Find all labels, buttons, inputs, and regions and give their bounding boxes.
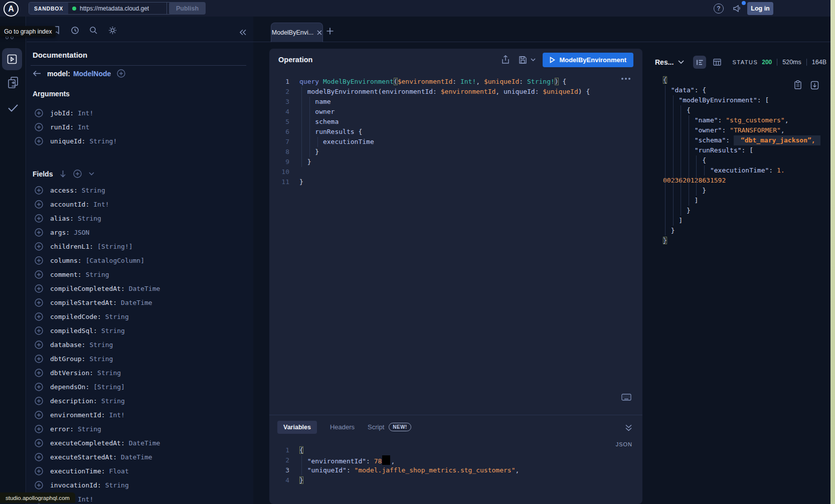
add-field-button[interactable] <box>35 467 43 475</box>
endpoint-url[interactable]: https://metadata.cloud.get <box>80 5 149 12</box>
response-title[interactable]: Res... <box>655 58 674 66</box>
add-field-button[interactable] <box>35 425 43 433</box>
add-all-fields-button[interactable] <box>73 170 82 178</box>
argument-type[interactable]: Int <box>78 123 89 131</box>
field-type[interactable]: String <box>78 425 101 433</box>
back-button[interactable] <box>33 70 41 77</box>
field-type[interactable]: Int! <box>78 495 93 503</box>
rail-item-schema[interactable] <box>6 76 20 90</box>
field-type[interactable]: String <box>97 369 121 377</box>
argument-name: jobId: <box>50 109 74 117</box>
add-argument-button[interactable] <box>35 137 43 145</box>
response-body[interactable]: { "data": { "modelByEnvironment": [ { "n… <box>663 75 828 246</box>
run-operation-button[interactable]: ModelByEnvironment <box>543 53 633 67</box>
field-type[interactable]: Int! <box>93 201 109 208</box>
add-field-button[interactable] <box>35 397 43 405</box>
field-type[interactable]: DateTime <box>129 285 160 292</box>
history-button[interactable] <box>70 25 80 35</box>
add-field-button[interactable] <box>35 270 43 279</box>
add-field-button[interactable] <box>35 256 43 265</box>
megaphone-icon <box>733 4 745 13</box>
add-field-button[interactable] <box>35 355 43 363</box>
tree-view-toggle[interactable] <box>693 56 706 69</box>
collapse-sidebar-button[interactable] <box>238 27 248 37</box>
add-field-button[interactable] <box>35 242 43 251</box>
rail-item-explorer[interactable] <box>2 48 22 70</box>
schema-pages-icon <box>7 76 19 89</box>
add-field-button[interactable] <box>35 453 43 461</box>
add-field-button[interactable] <box>35 228 43 237</box>
field-row: error: String <box>27 422 253 436</box>
add-field-button[interactable] <box>35 411 43 419</box>
field-type[interactable]: String <box>89 341 113 349</box>
add-field-button[interactable] <box>35 200 43 209</box>
field-type[interactable]: String <box>78 215 101 222</box>
add-field-button[interactable] <box>35 214 43 223</box>
field-type[interactable]: String <box>101 327 125 334</box>
add-argument-button[interactable] <box>35 123 43 131</box>
explorer-settings-button[interactable] <box>107 25 117 35</box>
fields-options-button[interactable] <box>89 172 94 176</box>
help-button[interactable]: ? <box>714 4 724 14</box>
close-tab-button[interactable] <box>317 30 322 35</box>
add-field-button[interactable] <box>35 186 43 195</box>
variables-editor[interactable]: 1{2 "environmentId": 78,3 "uniqueId": "m… <box>269 445 642 485</box>
field-row: compileCompletedAt: DateTime <box>27 281 253 295</box>
argument-name: runId: <box>50 123 74 131</box>
keyboard-icon <box>621 394 631 401</box>
argument-type[interactable]: Int! <box>78 109 93 117</box>
add-field-button[interactable] <box>35 312 43 321</box>
search-button[interactable] <box>88 25 98 35</box>
argument-type[interactable]: String! <box>89 137 117 145</box>
save-operation-button[interactable] <box>519 56 527 64</box>
field-type[interactable]: String <box>89 355 113 363</box>
field-type[interactable]: DateTime <box>121 453 152 461</box>
field-type[interactable]: Int! <box>109 411 125 419</box>
tab-variables[interactable]: Variables <box>277 421 317 434</box>
table-view-toggle[interactable] <box>713 59 721 66</box>
field-type[interactable]: JSON <box>74 229 89 236</box>
add-field-button[interactable] <box>35 326 43 335</box>
operation-more-options-button[interactable] <box>621 78 630 80</box>
field-type[interactable]: [String!] <box>97 243 132 250</box>
save-options-button[interactable] <box>531 58 536 61</box>
field-type[interactable]: String <box>101 397 125 405</box>
add-field-button[interactable] <box>35 341 43 349</box>
collapse-variables-button[interactable] <box>625 424 632 431</box>
field-type[interactable]: DateTime <box>129 439 160 447</box>
share-operation-button[interactable] <box>502 55 510 64</box>
operation-editor[interactable]: 1query ModelByEnvironment($environmentId… <box>269 77 642 187</box>
add-argument-button[interactable] <box>35 109 43 117</box>
field-type[interactable]: String <box>82 187 105 194</box>
tab-script[interactable]: Script <box>368 420 384 434</box>
add-field-button[interactable] <box>35 383 43 391</box>
indent-guide <box>301 455 302 475</box>
login-button[interactable]: Log in <box>747 2 773 15</box>
field-type[interactable]: [CatalogColumn] <box>86 257 144 264</box>
type-name-link[interactable]: ModelNode <box>73 70 111 78</box>
apollo-logo-icon[interactable]: A <box>4 2 19 17</box>
new-tab-button[interactable] <box>326 27 336 37</box>
field-type[interactable]: String <box>105 313 129 320</box>
rail-item-checks[interactable] <box>6 102 20 114</box>
field-type[interactable]: DateTime <box>121 299 152 306</box>
sort-fields-button[interactable] <box>60 170 66 178</box>
tab-model-by-environment[interactable]: ModelByEnvi... <box>271 23 323 42</box>
add-field-button[interactable] <box>35 481 43 489</box>
publish-button[interactable]: Publish <box>169 2 206 15</box>
field-type[interactable]: String <box>86 271 109 278</box>
tab-headers[interactable]: Headers <box>330 420 355 434</box>
add-field-button[interactable] <box>35 284 43 293</box>
add-field-button[interactable] <box>35 369 43 377</box>
field-type[interactable]: String <box>105 481 129 489</box>
field-type[interactable]: [String] <box>93 383 125 391</box>
field-type[interactable]: Float <box>109 467 129 475</box>
keyboard-shortcuts-button[interactable] <box>621 394 631 401</box>
app-window: A SANDBOX https://metadata.cloud.get Pub… <box>0 0 835 504</box>
endpoint-url-field[interactable]: https://metadata.cloud.get <box>68 3 166 14</box>
add-type-button[interactable] <box>117 69 125 78</box>
add-field-button[interactable] <box>35 439 43 447</box>
response-dropdown-button[interactable] <box>678 60 684 64</box>
add-field-button[interactable] <box>35 298 43 307</box>
indent-guide <box>681 105 681 216</box>
